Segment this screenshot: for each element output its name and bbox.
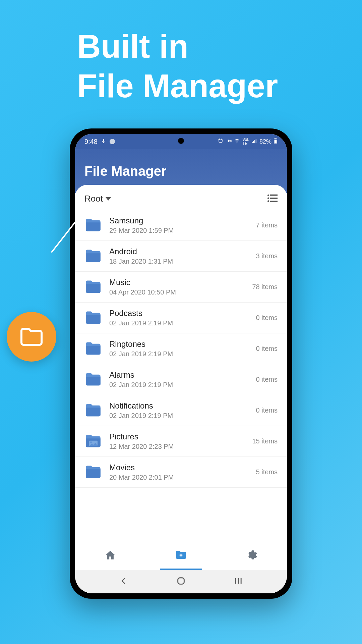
folder-count: 0 items (256, 407, 278, 414)
folder-item[interactable]: Alarms02 Jan 2019 2:19 PM0 items (75, 364, 287, 395)
folder-count: 15 items (252, 437, 278, 445)
folder-item[interactable]: Movies20 Mar 2020 2:01 PM5 items (75, 457, 287, 488)
svg-rect-11 (178, 578, 184, 584)
svg-point-5 (267, 197, 269, 199)
folder-list[interactable]: Samsung29 Mar 2020 1:59 PM7 itemsAndroid… (75, 210, 287, 541)
folder-name: Samsung (109, 216, 249, 225)
folder-item[interactable]: Music04 Apr 2020 10:50 PM78 items (75, 272, 287, 303)
folder-item[interactable]: Android18 Jan 2020 1:31 PM3 items (75, 241, 287, 272)
folder-info: Samsung29 Mar 2020 1:59 PM (109, 216, 249, 234)
mic-icon (101, 138, 106, 146)
folder-name: Alarms (109, 370, 249, 380)
folder-count: 0 items (256, 345, 278, 353)
folder-icon (84, 341, 102, 356)
android-nav-bar (75, 570, 287, 593)
chevron-down-icon (106, 197, 111, 201)
hero-line2: File Manager (77, 66, 278, 106)
app-title: File Manager (84, 164, 167, 179)
volte-icon: VoLTE (242, 138, 249, 146)
folder-count: 0 items (256, 376, 278, 383)
folder-item[interactable]: Pictures12 Mar 2020 2:23 PM15 items (75, 426, 287, 457)
folder-count: 78 items (252, 283, 278, 291)
nav-settings[interactable] (216, 540, 287, 570)
folder-icon (84, 249, 102, 264)
camera-notch (178, 138, 184, 144)
content-card: Root Samsung29 Mar 2020 1:59 PM7 itemsAn… (75, 185, 287, 593)
home-square-icon (176, 576, 186, 586)
folder-name: Notifications (109, 401, 249, 411)
folder-date: 29 Mar 2020 1:59 PM (109, 227, 249, 234)
folder-info: Movies20 Mar 2020 2:01 PM (109, 463, 249, 481)
hero-title: Built in File Manager (77, 27, 278, 106)
status-battery: 82% (259, 138, 272, 145)
folder-icon (84, 218, 102, 233)
notification-dot-icon (110, 139, 115, 144)
folder-info: Music04 Apr 2020 10:50 PM (109, 278, 245, 296)
folder-item[interactable]: Ringtones02 Jan 2019 2:19 PM0 items (75, 333, 287, 364)
svg-rect-8 (270, 201, 278, 202)
alarm-icon (218, 138, 224, 146)
mute-icon (226, 138, 232, 146)
folder-date: 18 Jan 2020 1:31 PM (109, 258, 249, 265)
folder-name: Android (109, 247, 249, 256)
nav-home[interactable] (75, 540, 146, 570)
folder-plus-icon (175, 550, 187, 560)
folder-info: Pictures12 Mar 2020 2:23 PM (109, 432, 245, 450)
folder-icon (84, 465, 102, 480)
folder-date: 12 Mar 2020 2:23 PM (109, 443, 245, 450)
svg-rect-1 (275, 138, 276, 139)
folder-count: 5 items (256, 468, 278, 476)
folder-count: 0 items (256, 314, 278, 322)
breadcrumb-dropdown[interactable]: Root (84, 194, 111, 204)
breadcrumb-label: Root (84, 194, 103, 204)
folder-name: Movies (109, 463, 249, 472)
android-home-button[interactable] (176, 576, 186, 587)
svg-rect-4 (270, 194, 278, 196)
nav-files[interactable] (146, 540, 217, 570)
bottom-nav (75, 540, 287, 570)
svg-point-7 (267, 200, 269, 202)
folder-icon (84, 403, 102, 418)
folder-icon (84, 280, 102, 294)
folder-item[interactable]: Notifications02 Jan 2019 2:19 PM0 items (75, 395, 287, 426)
folder-icon (84, 434, 102, 449)
folder-count: 7 items (256, 221, 278, 229)
home-icon (105, 549, 116, 561)
svg-rect-6 (270, 198, 278, 199)
folder-item[interactable]: Podcasts02 Jan 2019 2:19 PM0 items (75, 303, 287, 333)
folder-info: Notifications02 Jan 2019 2:19 PM (109, 401, 249, 420)
hero-line1: Built in (77, 27, 278, 66)
svg-rect-2 (274, 140, 277, 143)
svg-point-3 (267, 194, 269, 196)
folder-outline-icon (19, 327, 44, 347)
folder-name: Ringtones (109, 339, 249, 349)
folder-date: 02 Jan 2019 2:19 PM (109, 412, 249, 420)
signal-icon (251, 138, 257, 146)
gear-icon (246, 549, 257, 561)
callout-folder-badge (7, 312, 56, 362)
view-toggle-button[interactable] (267, 194, 278, 204)
folder-date: 20 Mar 2020 2:01 PM (109, 474, 249, 481)
folder-info: Ringtones02 Jan 2019 2:19 PM (109, 339, 249, 358)
android-back-button[interactable] (119, 576, 128, 587)
folder-icon (84, 372, 102, 387)
phone-frame: 9:48 VoLTE 82% (70, 128, 292, 599)
folder-info: Alarms02 Jan 2019 2:19 PM (109, 370, 249, 389)
svg-point-10 (90, 441, 92, 443)
list-view-icon (267, 194, 278, 202)
folder-info: Android18 Jan 2020 1:31 PM (109, 247, 249, 265)
status-time: 9:48 (84, 138, 98, 146)
folder-info: Podcasts02 Jan 2019 2:19 PM (109, 309, 249, 327)
folder-name: Music (109, 278, 245, 287)
battery-icon (274, 138, 278, 146)
folder-name: Podcasts (109, 309, 249, 318)
folder-item[interactable]: Samsung29 Mar 2020 1:59 PM7 items (75, 210, 287, 241)
android-recents-button[interactable] (234, 576, 243, 587)
folder-date: 02 Jan 2019 2:19 PM (109, 319, 249, 327)
phone-screen: 9:48 VoLTE 82% (75, 134, 287, 593)
folder-date: 02 Jan 2019 2:19 PM (109, 381, 249, 389)
folder-date: 04 Apr 2020 10:50 PM (109, 288, 245, 296)
recents-icon (234, 576, 243, 586)
folder-icon (84, 311, 102, 325)
folder-date: 02 Jan 2019 2:19 PM (109, 350, 249, 358)
